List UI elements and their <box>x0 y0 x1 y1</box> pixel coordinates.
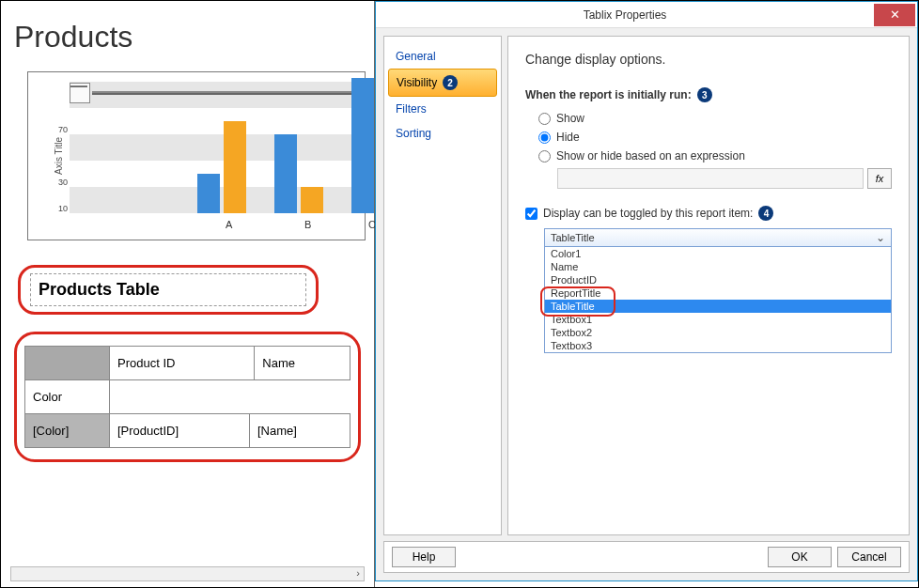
dropdown-item[interactable]: Name <box>545 260 891 273</box>
y-tick: 10 <box>53 204 68 213</box>
visibility-panel: Change display options. When the report … <box>507 36 910 535</box>
panel-heading: Change display options. <box>525 52 892 67</box>
bar <box>197 174 220 213</box>
dropdown-item[interactable]: Textbox2 <box>545 326 891 339</box>
radio-expression[interactable]: Show or hide based on an expression <box>538 149 892 162</box>
callout-badge-4: 4 <box>758 206 773 221</box>
scroll-right-icon[interactable]: › <box>356 567 360 579</box>
dialog-button-bar: Help OK Cancel <box>383 541 910 573</box>
radio-show[interactable]: Show <box>538 112 892 125</box>
x-tick: B <box>304 219 311 230</box>
dropdown-item[interactable]: Textbox1 <box>545 313 891 326</box>
combo-value: TableTitle <box>551 232 595 243</box>
y-tick: 70 <box>53 125 68 134</box>
radio-show-input[interactable] <box>538 113 551 125</box>
sidebar-item-sorting[interactable]: Sorting <box>384 121 501 146</box>
bar <box>274 134 297 213</box>
radio-hide[interactable]: Hide <box>538 131 892 144</box>
column-header[interactable]: Color <box>25 380 110 414</box>
callout-badge-2: 2 <box>443 75 458 90</box>
page-title: Products <box>14 20 366 54</box>
expression-input[interactable] <box>557 168 864 189</box>
dropdown-item-selected[interactable]: TableTitle <box>545 300 891 313</box>
x-tick: A <box>226 219 232 230</box>
ok-button[interactable]: OK <box>768 547 832 567</box>
horizontal-scrollbar[interactable]: › <box>10 566 365 581</box>
sidebar-item-label: Visibility <box>397 76 437 89</box>
radio-expression-input[interactable] <box>538 150 551 162</box>
sidebar-item-general[interactable]: General <box>384 44 501 69</box>
y-tick: 30 <box>53 178 68 187</box>
cell[interactable]: [ProductID] <box>110 414 250 448</box>
radio-hide-label: Hide <box>556 131 580 144</box>
column-header[interactable]: Product ID <box>110 347 255 380</box>
close-button[interactable]: ✕ <box>874 4 915 26</box>
visibility-radio-group: Show Hide Show or hide based on an expre… <box>538 112 892 189</box>
table-corner[interactable] <box>25 347 110 380</box>
bar-chart[interactable]: ▬▬▬ Axis Title 10 30 70 A B C <box>27 71 366 240</box>
dialog-title: Tablix Properties <box>376 8 874 22</box>
sidebar-item-visibility[interactable]: Visibility 2 <box>388 69 497 97</box>
toggle-label: Display can be toggled by this report it… <box>543 207 753 220</box>
cell[interactable]: [Name] <box>250 414 350 448</box>
dropdown-item[interactable]: ReportTitle <box>545 286 891 300</box>
tablix-data[interactable]: [Color] [ProductID] [Name] <box>24 413 350 448</box>
radio-expression-label: Show or hide based on an expression <box>556 149 745 162</box>
table-title-callout: Products Table <box>18 265 319 315</box>
bar <box>351 78 374 213</box>
initial-run-label: When the report is initially run: 3 <box>525 87 892 102</box>
radio-hide-input[interactable] <box>538 132 551 144</box>
table-callout: Product ID Name Color [Color] [ProductID… <box>14 332 361 462</box>
chart-legend: ▬▬▬ <box>70 80 361 106</box>
cancel-button[interactable]: Cancel <box>837 547 901 567</box>
chart-container: ▬▬▬ Axis Title 10 30 70 A B C <box>27 71 359 240</box>
dropdown-item[interactable]: ProductID <box>545 273 891 286</box>
y-axis-title: Axis Title <box>54 137 64 175</box>
tablix[interactable]: Product ID Name Color <box>24 346 350 414</box>
table-row: Color <box>25 380 350 414</box>
bar <box>224 121 246 213</box>
dropdown-item[interactable]: Textbox3 <box>545 339 891 352</box>
callout-badge-3: 3 <box>697 87 712 102</box>
fx-button[interactable]: fx <box>867 168 892 189</box>
initial-run-text: When the report is initially run: <box>525 88 692 101</box>
dropdown-item[interactable]: Color1 <box>545 247 891 260</box>
category-sidebar: General Visibility 2 Filters Sorting <box>383 36 502 535</box>
sidebar-item-filters[interactable]: Filters <box>384 97 501 121</box>
cell[interactable]: [Color] <box>25 414 110 448</box>
bar <box>301 187 323 213</box>
toggle-item-dropdown[interactable]: Color1 Name ProductID ReportTitle TableT… <box>544 247 892 353</box>
toggle-checkbox[interactable] <box>525 208 537 220</box>
help-button[interactable]: Help <box>392 547 456 567</box>
close-icon: ✕ <box>890 8 900 22</box>
titlebar: Tablix Properties ✕ <box>376 2 917 28</box>
toggle-row[interactable]: Display can be toggled by this report it… <box>525 206 892 221</box>
tablix-properties-dialog: Tablix Properties ✕ General Visibility 2… <box>375 1 918 581</box>
table-row: [Color] [ProductID] [Name] <box>25 414 350 448</box>
radio-show-label: Show <box>556 112 584 125</box>
table-header-row: Product ID Name <box>25 347 350 380</box>
column-header[interactable]: Name <box>255 347 350 380</box>
toggle-item-combobox[interactable]: TableTitle <box>544 228 892 247</box>
table-title-textbox[interactable]: Products Table <box>30 273 306 306</box>
report-designer: Products ▬▬▬ Axis Title 10 30 70 A B C P… <box>1 1 375 588</box>
